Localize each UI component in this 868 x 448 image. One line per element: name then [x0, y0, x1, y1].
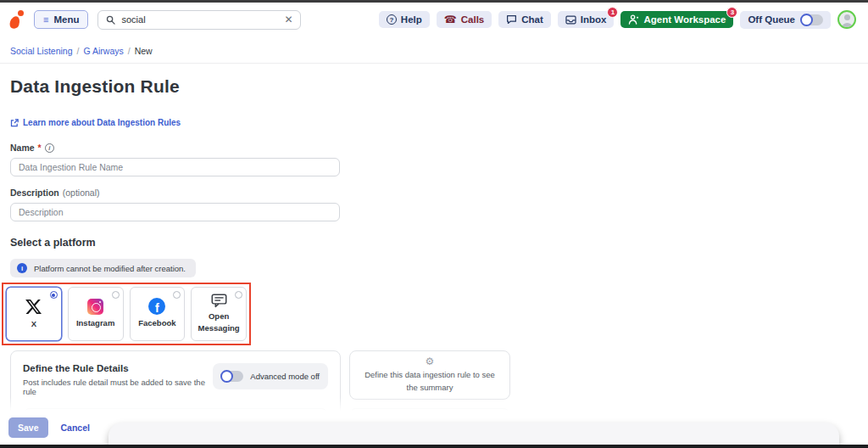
agent-icon — [628, 14, 639, 25]
platform-notice: i Platform cannot be modified after crea… — [10, 259, 196, 277]
menu-button[interactable]: ≡ Menu — [34, 10, 88, 29]
inbox-icon — [565, 15, 576, 25]
open-messaging-icon — [211, 294, 227, 308]
x-logo-icon — [25, 298, 42, 316]
platform-label-instagram: Instagram — [74, 317, 117, 329]
chat-button-label: Chat — [521, 14, 543, 25]
platform-card-x[interactable]: X — [6, 287, 62, 341]
clear-search-icon[interactable]: ✕ — [284, 14, 292, 25]
agent-workspace-button[interactable]: Agent Workspace 3 — [620, 11, 733, 28]
help-button-label: Help — [401, 14, 422, 25]
description-field-label: Description (optional) — [10, 188, 858, 198]
name-input[interactable] — [10, 158, 340, 176]
breadcrumb: Social Listening / G Airways / New — [0, 36, 868, 64]
help-button[interactable]: ? Help — [379, 11, 430, 28]
radio-facebook[interactable] — [173, 291, 181, 299]
user-avatar[interactable] — [837, 10, 856, 29]
learn-more-link[interactable]: Learn more about Data Ingestion Rules — [10, 118, 181, 127]
external-link-icon — [10, 119, 19, 127]
calls-button-label: Calls — [461, 14, 485, 25]
radio-open-messaging[interactable] — [235, 291, 242, 299]
inbox-button-label: Inbox — [581, 14, 607, 25]
global-search[interactable]: ✕ — [97, 10, 301, 30]
genesys-logo-icon — [10, 9, 25, 30]
platform-label-open-messaging: Open Messaging — [192, 311, 246, 335]
summary-empty-card: ⚙ Define this data ingestion rule to see… — [349, 350, 510, 400]
rule-details-heading: Define the Rule Details — [23, 363, 213, 373]
cancel-button[interactable]: Cancel — [61, 423, 90, 433]
hamburger-icon: ≡ — [43, 14, 48, 25]
platform-notice-text: Platform cannot be modified after creati… — [34, 264, 186, 273]
platform-card-open-messaging[interactable]: Open Messaging — [191, 287, 247, 341]
breadcrumb-current: New — [135, 46, 153, 56]
off-queue-toggle[interactable] — [801, 14, 823, 25]
off-queue-control: Off Queue — [740, 11, 831, 29]
gear-icon: ⚙ — [426, 356, 435, 367]
platform-card-facebook[interactable]: f Facebook — [130, 287, 186, 341]
calls-button[interactable]: ☎ Calls — [437, 11, 492, 28]
footer-bar: Save Cancel — [0, 411, 868, 445]
help-icon: ? — [387, 14, 397, 25]
info-icon[interactable]: i — [45, 143, 54, 153]
radio-x-selected[interactable] — [50, 291, 58, 299]
notice-info-icon: i — [17, 263, 27, 273]
chat-bubble-icon — [506, 14, 517, 25]
platform-highlight-box: X Instagram f Facebook Open Messaging — [2, 283, 251, 345]
advanced-mode-control: Advanced mode off — [213, 363, 328, 389]
name-field-label: Name * i — [10, 143, 858, 153]
advanced-mode-label: Advanced mode off — [250, 372, 320, 381]
facebook-logo-icon: f — [148, 298, 165, 315]
summary-empty-text: Define this data ingestion rule to see t… — [364, 369, 496, 394]
chat-button[interactable]: Chat — [498, 11, 551, 28]
off-queue-label: Off Queue — [748, 14, 795, 25]
window-bottom-edge — [0, 445, 868, 448]
platform-label-facebook: Facebook — [136, 317, 178, 329]
radio-instagram[interactable] — [112, 291, 120, 299]
page-title: Data Ingestion Rule — [10, 76, 858, 97]
phone-icon: ☎ — [444, 14, 457, 25]
breadcrumb-g-airways[interactable]: G Airways — [83, 46, 123, 56]
inbox-button[interactable]: Inbox 1 — [558, 11, 615, 28]
agent-workspace-badge: 3 — [726, 7, 737, 18]
save-button[interactable]: Save — [8, 417, 48, 438]
search-input[interactable] — [121, 14, 278, 25]
agent-workspace-label: Agent Workspace — [643, 14, 726, 25]
inbox-badge: 1 — [607, 7, 618, 18]
menu-button-label: Menu — [53, 14, 79, 25]
breadcrumb-social-listening[interactable]: Social Listening — [10, 46, 73, 56]
header-actions: ? Help ☎ Calls Chat Inbox 1 Agent Worksp… — [379, 10, 856, 29]
advanced-mode-toggle[interactable] — [221, 371, 243, 382]
search-icon — [106, 15, 115, 25]
rule-details-subheading: Post includes rule detail must be added … — [23, 378, 213, 396]
select-platform-heading: Select a platform — [10, 237, 858, 249]
main-content: Data Ingestion Rule Learn more about Dat… — [0, 76, 868, 448]
description-input[interactable] — [10, 203, 340, 221]
learn-more-label: Learn more about Data Ingestion Rules — [23, 118, 181, 127]
platform-card-instagram[interactable]: Instagram — [68, 287, 124, 341]
top-bar: ≡ Menu ✕ ? Help ☎ Calls Chat Inbox — [0, 3, 868, 36]
app-window: ≡ Menu ✕ ? Help ☎ Calls Chat Inbox — [0, 0, 868, 448]
platform-label-x: X — [29, 318, 39, 330]
instagram-logo-icon — [87, 299, 103, 315]
